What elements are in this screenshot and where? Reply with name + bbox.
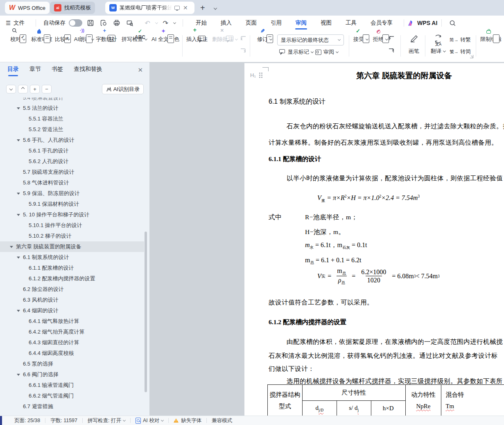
save-icon[interactable] — [85, 18, 96, 28]
sidebar-tab-find-replace[interactable]: 查找和替换 — [74, 66, 102, 76]
track-changes-button[interactable]: ✎ 修订 — [254, 34, 275, 43]
collapse-arrow-icon[interactable] — [17, 193, 20, 195]
expand-down-button[interactable] — [6, 85, 16, 93]
sidebar-scrollbar[interactable] — [145, 232, 147, 392]
toc-item[interactable]: 5.9 保温、防冻层的设计 — [0, 188, 144, 199]
search-icon[interactable] — [447, 18, 458, 28]
menu-tab-reference[interactable]: 引用 — [264, 16, 289, 30]
collapse-up-button[interactable] — [18, 85, 28, 93]
toc-item[interactable]: 6.4.2 烟气抬升高度计算 — [0, 327, 144, 337]
undo-icon[interactable]: ↶ — [142, 18, 153, 28]
zoom-out-outline-button[interactable]: − — [42, 85, 52, 93]
collapse-arrow-icon[interactable] — [10, 246, 13, 248]
missing-font-warning[interactable]: 缺失字体 — [174, 417, 201, 424]
toc-item[interactable]: 6.1.2 配浆槽内搅拌器的设置 — [0, 273, 144, 284]
redo-dropdown-icon[interactable] — [172, 18, 177, 28]
delete-comment-button[interactable]: ✕ 删除批注 — [210, 34, 239, 43]
restrict-edit-button[interactable]: 限制编辑 — [478, 34, 504, 43]
toc-item[interactable]: 5.10.1 操作平台的设计 — [0, 220, 144, 231]
show-markup-button[interactable]: 显示标记 — [279, 48, 313, 56]
pen-button[interactable]: 画笔 — [405, 34, 423, 55]
toc-item[interactable]: 第六章 脱硫装置的附属设备 — [0, 241, 144, 252]
menu-tab-page[interactable]: 页面 — [239, 16, 264, 30]
tab-templates[interactable]: ai 找稻壳模板 — [50, 2, 95, 14]
close-tab-icon[interactable]: ✕ — [183, 5, 188, 11]
autosave-toggle[interactable]: 自动保存 — [40, 16, 84, 30]
collapse-arrow-icon[interactable] — [17, 214, 20, 216]
toc-item[interactable]: 6.4.4 烟囱高度校核 — [0, 348, 144, 359]
toc-item[interactable]: 6.4.1 烟气释放热计算 — [0, 316, 144, 327]
page-indicator[interactable]: 页面: 25/38 — [14, 417, 40, 424]
toggle-off-icon[interactable] — [69, 19, 82, 27]
toc-item[interactable]: 5.10.2 梯子的设计 — [0, 231, 144, 241]
markup-state-select[interactable]: 显示标记的最终状态 — [277, 34, 344, 45]
document-page[interactable]: H₁ 第六章 脱硫装置的附属设备 6.1 制浆系统的设计 石灰仓内的粉状石灰经螺… — [244, 63, 504, 416]
close-sidebar-icon[interactable]: ✕ — [138, 66, 143, 74]
toc-item[interactable]: 5.7 脱硫塔支座的设计 — [0, 167, 144, 177]
toc-item[interactable]: 5.4 喷淋装置设计 — [0, 98, 144, 103]
ai-polish-button[interactable]: ✦ AI 全文润色 — [147, 34, 184, 43]
menu-tab-member[interactable]: 会员专享 — [364, 16, 400, 30]
accept-button[interactable]: ✓ 接受 — [351, 34, 370, 43]
print-preview-icon[interactable] — [124, 18, 135, 28]
tab-document-active[interactable]: W 某燃煤电厂喷雾干燥法脱硫系 ✕ — [105, 2, 194, 14]
previous-comment-icon[interactable] — [240, 35, 247, 41]
tab-list-dropdown[interactable] — [212, 2, 217, 11]
ai-proofread-status[interactable]: AI 校对 — [136, 417, 163, 424]
word-count-indicator[interactable]: 字数: 11597 — [50, 417, 77, 424]
new-tab-button[interactable]: + — [200, 3, 205, 12]
collapse-arrow-icon[interactable] — [17, 139, 20, 141]
menu-tab-view[interactable]: 视图 — [314, 16, 339, 30]
collapse-arrow-icon[interactable] — [17, 107, 20, 109]
spell-check-button[interactable]: ABC✓ 拼写检查 — [120, 34, 149, 43]
toc-item[interactable]: 5.8 气体进料管设计 — [0, 177, 144, 188]
wps-ai-button[interactable]: WPS AI — [408, 20, 437, 26]
menu-tab-start[interactable]: 开始 — [189, 16, 214, 30]
reject-button[interactable]: 拒绝 — [371, 34, 390, 43]
redo-icon[interactable]: ↷ — [160, 18, 171, 28]
toc-item[interactable]: 6.1 制浆系统的设计 — [0, 252, 144, 263]
print-icon[interactable] — [111, 18, 122, 28]
toc-item[interactable]: 5.5 法兰的设计 — [0, 103, 144, 114]
toc-item[interactable]: 5. 10 操作平台和梯子的设计 — [0, 209, 144, 220]
sidebar-tab-bookmarks[interactable]: 书签 — [52, 66, 63, 76]
menu-tab-review[interactable]: 审阅 — [289, 16, 314, 30]
toc-item[interactable]: 6.4 烟囱的设计 — [0, 305, 144, 316]
proofread-button[interactable]: ✓ 校对 — [6, 34, 29, 43]
undo-dropdown-icon[interactable] — [154, 18, 159, 28]
toc-item[interactable]: 5.6.2 人孔的设计 — [0, 156, 144, 167]
ai-recognize-toc-button[interactable]: AI识别目录 — [102, 84, 144, 94]
previous-change-icon[interactable] — [388, 35, 395, 41]
collapse-arrow-icon[interactable] — [17, 310, 20, 312]
toc-item[interactable]: 5.5.2 管道法兰 — [0, 124, 144, 135]
toc-item[interactable]: 5.9.1 保温材料的设计 — [0, 199, 144, 209]
collapse-arrow-icon[interactable] — [17, 374, 20, 376]
toc-item[interactable]: 6.1.1 配浆槽的设计 — [0, 263, 144, 273]
toc-item[interactable]: 5.5.1 容器法兰 — [0, 114, 144, 124]
toc-item[interactable]: 6.2 除尘器的设计 — [0, 284, 144, 295]
word-count-button[interactable]: 12+ 字数统计 — [93, 34, 120, 43]
insert-comment-button[interactable]: + 插入批注 — [185, 34, 209, 43]
zoom-in-outline-button[interactable]: + — [30, 85, 40, 93]
spellcheck-status[interactable]: 拼写检查: 打开 — [88, 417, 125, 424]
toc-item[interactable]: 5.6.1 手孔的设计 — [0, 145, 144, 156]
screen-share-icon[interactable] — [174, 6, 180, 10]
toc-item[interactable]: 6.6.2 烟气管道阀门 — [0, 391, 144, 401]
menu-tab-insert[interactable]: 插入 — [214, 16, 239, 30]
toc-item[interactable]: 6.6.1 输液管道阀门 — [0, 380, 144, 391]
toc-item[interactable]: 6.4.3 烟囱直径的计算 — [0, 337, 144, 348]
export-pdf-icon[interactable] — [98, 18, 109, 28]
toc-item[interactable]: 5.6 手孔、人孔的设计 — [0, 135, 144, 145]
translate-button[interactable]: 文A 翻译 — [428, 34, 448, 55]
review-pane-button[interactable]: 审阅 — [315, 48, 338, 56]
to-simplified-button[interactable]: 繁→转简 — [450, 48, 471, 55]
tab-wps-home[interactable]: W WPS Office — [5, 2, 50, 14]
sidebar-tab-contents[interactable]: 目录 — [7, 66, 19, 76]
next-change-icon[interactable] — [388, 48, 395, 54]
toc-item[interactable]: 6.6 阀门的选择 — [0, 369, 144, 380]
next-comment-icon[interactable] — [240, 48, 247, 54]
toc-item[interactable]: 6.5 泵的选择 — [0, 359, 144, 369]
collapse-arrow-icon[interactable] — [17, 257, 20, 259]
toc-item[interactable]: 6.7 避雷措施 — [0, 401, 144, 412]
to-traditional-button[interactable]: 简→转繁 — [450, 36, 471, 43]
